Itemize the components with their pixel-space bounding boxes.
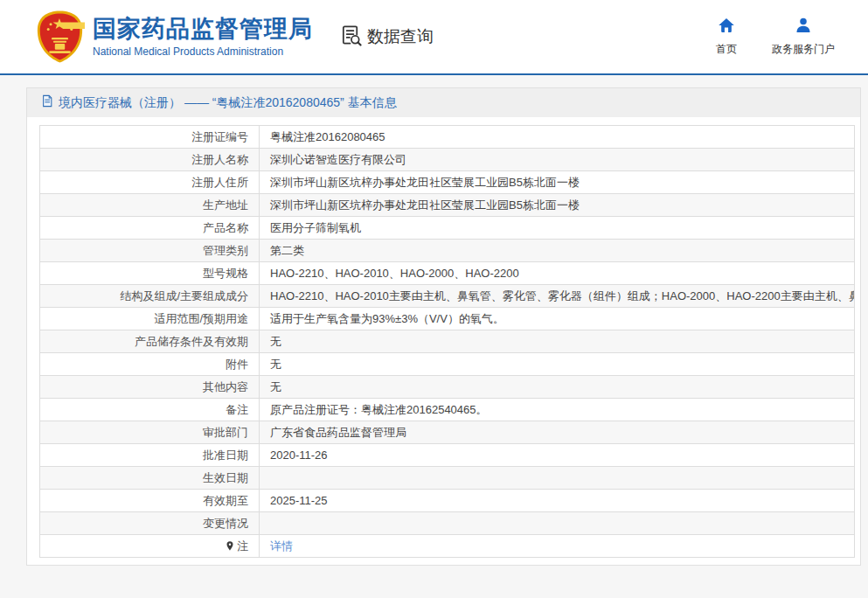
- national-emblem-icon: [35, 10, 85, 64]
- nmpa-logo: 国家药品监督管理局 National Medical Products Admi…: [35, 10, 313, 64]
- nav-item-label: 首页: [716, 42, 737, 57]
- row-label: 适用范围/预期用途: [40, 308, 260, 330]
- row-value: HAO-2210、HAO-2010主要由主机、鼻氧管、雾化管、雾化器（组件）组成…: [260, 285, 855, 308]
- row-label: 注册证编号: [40, 126, 260, 149]
- header: 国家药品监督管理局 National Medical Products Admi…: [0, 0, 868, 75]
- nav-item-home[interactable]: 首页: [716, 17, 737, 57]
- table-row: 其他内容无: [40, 376, 855, 399]
- registration-detail-panel: 境内医疗器械（注册） —— “粤械注准20162080465” 基本信息 注册证…: [26, 87, 861, 566]
- page-title: 境内医疗器械（注册） —— “粤械注准20162080465” 基本信息: [59, 95, 397, 111]
- note-pin-icon: [226, 539, 234, 553]
- table-row: 备注原产品注册证号：粤械注准20162540465。: [40, 399, 855, 421]
- org-name-zh: 国家药品监督管理局: [93, 16, 313, 43]
- row-label: 有效期至: [40, 490, 260, 512]
- org-names: 国家药品监督管理局 National Medical Products Admi…: [93, 16, 313, 57]
- table-row: 附件无: [40, 353, 855, 376]
- row-label: 审批部门: [40, 421, 260, 444]
- document-search-icon: [339, 24, 363, 51]
- row-label: 管理类别: [40, 240, 260, 262]
- page-title-bar: 境内医疗器械（注册） —— “粤械注准20162080465” 基本信息: [27, 88, 860, 117]
- table-row: 有效期至2025-11-25: [40, 490, 855, 512]
- table-row: 适用范围/预期用途适用于生产氧含量为93%±3%（V/V）的氧气。: [40, 308, 855, 330]
- table-row: 审批部门广东省食品药品监督管理局: [40, 421, 855, 444]
- row-value: 无: [260, 353, 855, 376]
- user-icon: [795, 17, 812, 38]
- home-icon: [718, 17, 735, 38]
- row-label: 生产地址: [40, 194, 260, 217]
- table-row: 批准日期2020-11-26: [40, 444, 855, 467]
- row-value: 2020-11-26: [260, 444, 855, 467]
- row-value: 粤械注准20162080465: [260, 126, 855, 149]
- table-row: 产品储存条件及有效期无: [40, 330, 855, 353]
- table-row: 结构及组成/主要组成成分HAO-2210、HAO-2010主要由主机、鼻氧管、雾…: [40, 285, 855, 308]
- row-value: HAO-2210、HAO-2010、HAO-2000、HAO-2200: [260, 262, 855, 285]
- row-label: 注: [40, 535, 260, 558]
- row-label: 注册人住所: [40, 171, 260, 194]
- table-row: 注册人名称深圳心诺智造医疗有限公司: [40, 149, 855, 171]
- row-label: 其他内容: [40, 376, 260, 399]
- table-row: 生效日期: [40, 467, 855, 490]
- data-query-label: 数据查询: [367, 25, 434, 48]
- info-table-body: 注册证编号粤械注准20162080465注册人名称深圳心诺智造医疗有限公司注册人…: [40, 126, 855, 558]
- nav-item-portal[interactable]: 政务服务门户: [772, 17, 835, 57]
- table-row: 产品名称医用分子筛制氧机: [40, 217, 855, 240]
- row-label: 生效日期: [40, 467, 260, 490]
- row-value: [260, 512, 855, 535]
- row-label: 产品储存条件及有效期: [40, 330, 260, 353]
- row-value: 广东省食品药品监督管理局: [260, 421, 855, 444]
- row-value: 无: [260, 376, 855, 399]
- document-icon: [41, 94, 53, 111]
- org-name-en: National Medical Products Administration: [93, 45, 313, 58]
- row-value: 原产品注册证号：粤械注准20162540465。: [260, 399, 855, 421]
- data-query-nav[interactable]: 数据查询: [339, 24, 434, 51]
- row-value: 医用分子筛制氧机: [260, 217, 855, 240]
- row-value: 深圳心诺智造医疗有限公司: [260, 149, 855, 171]
- nav-item-label: 政务服务门户: [772, 42, 835, 57]
- table-row: 注册人住所深圳市坪山新区坑梓办事处龙田社区莹展工业园B5栋北面一楼: [40, 171, 855, 194]
- detail-link[interactable]: 详情: [270, 539, 293, 553]
- registration-info-table: 注册证编号粤械注准20162080465注册人名称深圳心诺智造医疗有限公司注册人…: [39, 125, 855, 558]
- row-value: 无: [260, 330, 855, 353]
- row-label: 备注: [40, 399, 260, 421]
- row-label: 批准日期: [40, 444, 260, 467]
- row-label: 产品名称: [40, 217, 260, 240]
- row-value: 深圳市坪山新区坑梓办事处龙田社区莹展工业园B5栋北面一楼: [260, 194, 855, 217]
- row-value: 2025-11-25: [260, 490, 855, 512]
- table-row: 变更情况: [40, 512, 855, 535]
- table-row: 型号规格HAO-2210、HAO-2010、HAO-2000、HAO-2200: [40, 262, 855, 285]
- row-label: 型号规格: [40, 262, 260, 285]
- table-row: 注册证编号粤械注准20162080465: [40, 126, 855, 149]
- top-nav: 首页 政务服务门户: [716, 17, 835, 57]
- row-label: 结构及组成/主要组成成分: [40, 285, 260, 308]
- table-row: 管理类别第二类: [40, 240, 855, 262]
- row-value: [260, 467, 855, 490]
- row-label: 注册人名称: [40, 149, 260, 171]
- row-value: 详情: [260, 535, 855, 558]
- row-value: 适用于生产氧含量为93%±3%（V/V）的氧气。: [260, 308, 855, 330]
- table-row: 生产地址深圳市坪山新区坑梓办事处龙田社区莹展工业园B5栋北面一楼: [40, 194, 855, 217]
- row-value: 第二类: [260, 240, 855, 262]
- row-value: 深圳市坪山新区坑梓办事处龙田社区莹展工业园B5栋北面一楼: [260, 171, 855, 194]
- row-label: 变更情况: [40, 512, 260, 535]
- row-label: 附件: [40, 353, 260, 376]
- table-row: 注详情: [40, 535, 855, 558]
